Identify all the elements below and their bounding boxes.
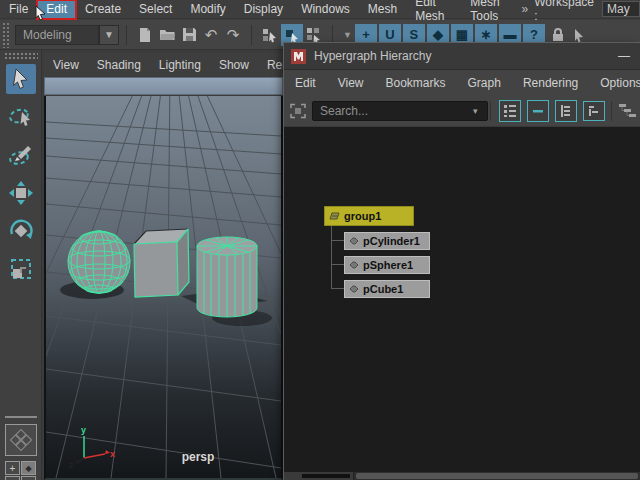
viewport-3d-scene[interactable]: y x z persp	[46, 96, 281, 478]
undo-button[interactable]: ↶	[200, 24, 222, 46]
hg-menu-view[interactable]: View	[327, 76, 375, 90]
lasso-tool-button[interactable]	[6, 102, 36, 132]
hg-menu-graph[interactable]: Graph	[457, 76, 512, 90]
menu-overflow-icon[interactable]: »	[522, 2, 529, 16]
hypergraph-title: Hypergraph Hierarchy	[314, 49, 431, 63]
new-scene-button[interactable]	[134, 24, 156, 46]
select-tool-button[interactable]	[6, 64, 36, 94]
four-view-layout-button[interactable]	[5, 424, 37, 456]
menu-create[interactable]: Create	[76, 0, 130, 19]
hg-menu-options[interactable]: Options	[589, 76, 640, 90]
menuset-dropdown[interactable]: Modeling	[15, 25, 99, 45]
search-dropdown-icon[interactable]: ▾	[473, 106, 488, 116]
move-tool-button[interactable]	[6, 178, 36, 208]
viewport-canvas-area[interactable]: y x z persp	[44, 96, 283, 480]
cylinder-object[interactable]	[197, 237, 257, 317]
paint-brush-icon	[8, 142, 34, 168]
new-file-icon	[137, 27, 153, 43]
lock-icon	[551, 27, 565, 42]
scrollbar-track[interactable]	[354, 472, 640, 480]
toolbar-drag-handle[interactable]	[2, 22, 11, 48]
menu-select[interactable]: Select	[130, 0, 181, 19]
panel-menu-lighting[interactable]: Lighting	[150, 58, 210, 72]
panel-menu-show[interactable]: Show	[210, 58, 258, 72]
menu-edit-mesh[interactable]: Edit Mesh	[406, 0, 461, 19]
layout-shortcut-grid: + ◆ + +	[5, 461, 37, 480]
hypergraph-graph-area[interactable]: group1 pCylinder1 pSphere1 pCube1	[284, 127, 640, 473]
layout-button-4[interactable]: +	[21, 476, 36, 480]
panel-menu-renderer[interactable]: Renderer	[258, 58, 283, 72]
toolbox-separator	[5, 416, 37, 418]
node-group1[interactable]: group1	[324, 206, 414, 226]
hypergraph-hscrollbar	[284, 472, 640, 480]
node-connector	[331, 288, 344, 289]
scrollbar-thumb[interactable]	[356, 473, 638, 479]
rotate-icon	[8, 218, 34, 244]
layout-button-1[interactable]: +	[5, 461, 20, 475]
selection-cursor-icon	[572, 27, 587, 42]
node-connector	[331, 240, 344, 241]
panel-menu-view[interactable]: View	[44, 58, 88, 72]
toolbar-separator	[126, 25, 127, 45]
redo-button[interactable]: ↷	[222, 24, 244, 46]
hypergraph-toolbar: ▾	[284, 96, 640, 127]
search-input[interactable]	[312, 101, 488, 121]
layout-button-3[interactable]: +	[5, 476, 20, 480]
select-arrow-icon	[10, 67, 32, 91]
scale-tool-button[interactable]	[6, 254, 36, 284]
mesh-node-icon	[349, 285, 359, 293]
save-scene-button[interactable]	[178, 24, 200, 46]
sphere-object[interactable]	[68, 231, 130, 293]
hypergraph-titlebar[interactable]: Hypergraph Hierarchy —	[284, 43, 640, 70]
hg-menu-rendering[interactable]: Rendering	[512, 76, 589, 90]
mesh-node-icon	[349, 237, 359, 245]
node-pcylinder1[interactable]: pCylinder1	[344, 232, 430, 250]
toolbar-separator	[251, 25, 252, 45]
collapse-toggle[interactable]	[527, 100, 549, 122]
rotate-tool-button[interactable]	[6, 216, 36, 246]
hypergraph-menubar: Edit View Bookmarks Graph Rendering Opti…	[284, 70, 640, 96]
scene-hierarchy-toggle[interactable]	[499, 100, 521, 122]
open-scene-button[interactable]	[156, 24, 178, 46]
menuset-chevron-icon[interactable]: ▼	[99, 25, 119, 45]
minimize-button[interactable]: —	[608, 49, 640, 63]
node-label: group1	[344, 210, 381, 222]
node-pcube1[interactable]: pCube1	[344, 280, 430, 298]
hg-menu-edit[interactable]: Edit	[284, 76, 327, 90]
node-label: pSphere1	[363, 259, 413, 271]
menu-mesh[interactable]: Mesh	[359, 0, 406, 19]
node-psphere1[interactable]: pSphere1	[344, 256, 430, 274]
select-hierarchy-mode-button[interactable]	[259, 24, 281, 46]
panel-menubar: View Shading Lighting Show Renderer	[44, 53, 283, 76]
mask-chevron-icon[interactable]: ▼	[343, 30, 352, 40]
workspace-dropdown[interactable]: May	[602, 1, 640, 17]
menu-display[interactable]: Display	[235, 0, 292, 19]
paint-select-tool-button[interactable]	[6, 140, 36, 170]
panel-menu-shading[interactable]: Shading	[88, 58, 150, 72]
frame-branch-icon[interactable]	[290, 103, 306, 119]
hg-menu-bookmarks[interactable]: Bookmarks	[374, 76, 456, 90]
mesh-node-icon	[349, 261, 359, 269]
scrollbar-mini-thumb[interactable]	[302, 474, 350, 478]
maya-window-icon	[291, 49, 306, 64]
toolbox: + ◆ + +	[0, 50, 42, 480]
camera-name-label: persp	[182, 450, 215, 464]
object-mode-icon	[284, 27, 300, 43]
menu-mesh-tools[interactable]: Mesh Tools	[461, 0, 521, 19]
freeform-layout-toggle[interactable]	[583, 101, 605, 121]
axis-z-label: z	[69, 460, 74, 470]
layout-button-2[interactable]: ◆	[21, 461, 36, 475]
node-label: pCube1	[363, 283, 403, 295]
tree-list-toggle[interactable]	[555, 100, 577, 122]
node-connector	[331, 225, 332, 288]
menu-windows[interactable]: Windows	[292, 0, 359, 19]
active-panel-highlight-bar[interactable]	[44, 77, 283, 95]
toolbox-drag-handle[interactable]	[4, 52, 38, 59]
scrollbar-corner[interactable]	[284, 472, 354, 480]
node-connector	[331, 264, 344, 265]
cube-object[interactable]	[134, 229, 189, 297]
graph-layout-icon[interactable]	[618, 103, 638, 119]
mouse-cursor	[34, 5, 48, 25]
menu-modify[interactable]: Modify	[181, 0, 234, 19]
menu-file[interactable]: File	[0, 0, 37, 19]
